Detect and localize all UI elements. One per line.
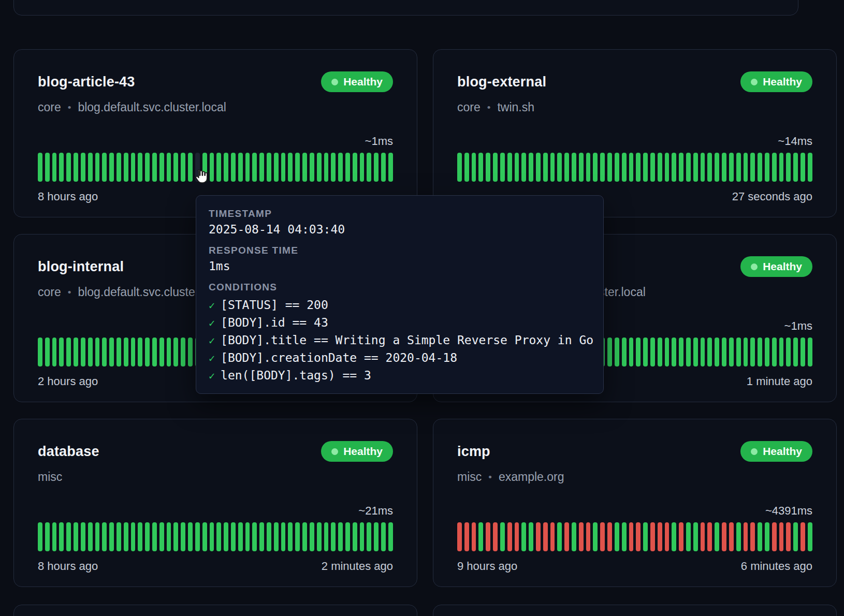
previous-endpoint-card-partial[interactable] xyxy=(13,0,798,16)
uptime-bar[interactable] xyxy=(600,522,605,551)
uptime-bar[interactable] xyxy=(52,338,57,366)
uptime-bar[interactable] xyxy=(52,522,57,551)
uptime-bar[interactable] xyxy=(167,338,171,366)
uptime-bar[interactable] xyxy=(173,153,178,182)
uptime-bar[interactable] xyxy=(252,153,257,182)
uptime-bar[interactable] xyxy=(593,522,598,551)
uptime-bar[interactable] xyxy=(472,522,476,551)
uptime-bar[interactable] xyxy=(124,338,128,366)
uptime-bar[interactable] xyxy=(224,153,228,182)
uptime-bar[interactable] xyxy=(167,522,171,551)
uptime-bar[interactable] xyxy=(521,153,526,182)
uptime-bar[interactable] xyxy=(367,153,371,182)
uptime-bar[interactable] xyxy=(543,522,548,551)
endpoint-card[interactable]: database Healthy misc • ~21ms 8 hours ag… xyxy=(13,419,417,587)
uptime-bar[interactable] xyxy=(188,338,193,366)
uptime-bar[interactable] xyxy=(629,522,634,551)
uptime-bar[interactable] xyxy=(786,522,791,551)
uptime-bar[interactable] xyxy=(353,522,357,551)
uptime-bar[interactable] xyxy=(167,153,171,182)
uptime-bar[interactable] xyxy=(715,153,719,182)
uptime-bar[interactable] xyxy=(338,522,343,551)
uptime-bar[interactable] xyxy=(310,153,314,182)
uptime-bar[interactable] xyxy=(281,522,286,551)
uptime-bar[interactable] xyxy=(736,338,741,366)
uptime-bar[interactable] xyxy=(636,338,641,366)
uptime-bar[interactable] xyxy=(729,338,734,366)
uptime-bar[interactable] xyxy=(557,153,562,182)
uptime-bar[interactable] xyxy=(102,522,107,551)
uptime-bar[interactable] xyxy=(600,153,605,182)
uptime-bar[interactable] xyxy=(38,153,42,182)
uptime-bar[interactable] xyxy=(686,522,691,551)
uptime-bar[interactable] xyxy=(507,153,512,182)
uptime-bar[interactable] xyxy=(722,522,726,551)
uptime-bar[interactable] xyxy=(650,338,655,366)
uptime-bar[interactable] xyxy=(210,522,214,551)
uptime-bar[interactable] xyxy=(288,153,293,182)
uptime-bar[interactable] xyxy=(464,153,469,182)
uptime-bar[interactable] xyxy=(607,153,612,182)
uptime-bar[interactable] xyxy=(117,522,121,551)
uptime-bar[interactable] xyxy=(288,522,293,551)
uptime-bar[interactable] xyxy=(750,522,755,551)
uptime-bar[interactable] xyxy=(643,522,648,551)
uptime-bar[interactable] xyxy=(536,153,541,182)
uptime-bar[interactable] xyxy=(95,522,100,551)
uptime-bar[interactable] xyxy=(95,153,100,182)
uptime-bar[interactable] xyxy=(701,338,705,366)
uptime-bar[interactable] xyxy=(360,153,365,182)
uptime-bar[interactable] xyxy=(295,153,300,182)
uptime-bar[interactable] xyxy=(457,522,462,551)
uptime-bar[interactable] xyxy=(607,338,612,366)
uptime-bar[interactable] xyxy=(808,153,812,182)
uptime-bar[interactable] xyxy=(529,522,533,551)
uptime-bar[interactable] xyxy=(801,522,805,551)
uptime-bar[interactable] xyxy=(521,522,526,551)
uptime-bar[interactable] xyxy=(238,522,243,551)
uptime-bar[interactable] xyxy=(324,522,329,551)
uptime-bar[interactable] xyxy=(665,522,670,551)
uptime-bar[interactable] xyxy=(515,522,519,551)
uptime-bar[interactable] xyxy=(181,522,185,551)
uptime-bar[interactable] xyxy=(722,338,726,366)
uptime-bar[interactable] xyxy=(643,338,648,366)
uptime-bar[interactable] xyxy=(152,338,157,366)
uptime-bar[interactable] xyxy=(536,522,541,551)
uptime-bar[interactable] xyxy=(381,522,386,551)
uptime-bar[interactable] xyxy=(74,522,78,551)
uptime-bar[interactable] xyxy=(658,522,662,551)
next-endpoint-card-partial-left[interactable] xyxy=(13,605,417,616)
uptime-bar[interactable] xyxy=(317,522,322,551)
uptime-bar[interactable] xyxy=(679,153,683,182)
uptime-bar[interactable] xyxy=(152,153,157,182)
uptime-bar[interactable] xyxy=(744,522,748,551)
uptime-bar[interactable] xyxy=(579,522,584,551)
uptime-bar[interactable] xyxy=(74,338,78,366)
uptime-bar[interactable] xyxy=(281,153,286,182)
uptime-bar[interactable] xyxy=(793,338,798,366)
uptime-bar[interactable] xyxy=(38,522,42,551)
uptime-bar[interactable] xyxy=(302,153,307,182)
uptime-bar[interactable] xyxy=(88,153,93,182)
uptime-bar[interactable] xyxy=(586,522,591,551)
uptime-bar[interactable] xyxy=(736,522,741,551)
uptime-bar[interactable] xyxy=(615,153,619,182)
uptime-bar[interactable] xyxy=(124,522,128,551)
uptime-bar[interactable] xyxy=(679,522,683,551)
uptime-bar[interactable] xyxy=(45,522,50,551)
uptime-bar[interactable] xyxy=(579,153,584,182)
uptime-bar[interactable] xyxy=(81,338,85,366)
uptime-bar[interactable] xyxy=(145,522,150,551)
uptime-bar[interactable] xyxy=(808,522,812,551)
uptime-bar[interactable] xyxy=(772,522,777,551)
uptime-bar[interactable] xyxy=(636,522,641,551)
uptime-bar[interactable] xyxy=(195,522,200,551)
uptime-bar[interactable] xyxy=(658,338,662,366)
uptime-bar[interactable] xyxy=(758,522,762,551)
uptime-bar[interactable] xyxy=(109,338,114,366)
uptime-bar[interactable] xyxy=(145,338,150,366)
uptime-bar[interactable] xyxy=(593,153,598,182)
uptime-bar[interactable] xyxy=(729,153,734,182)
uptime-bar[interactable] xyxy=(715,338,719,366)
